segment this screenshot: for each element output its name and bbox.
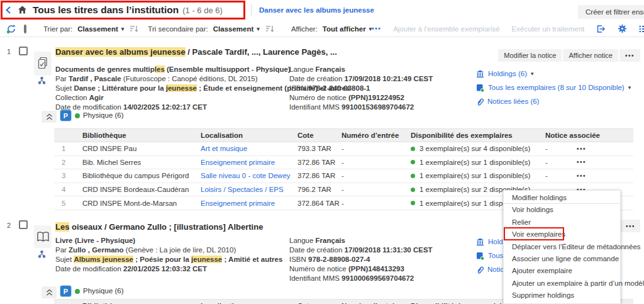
sort-direction-icon[interactable] xyxy=(265,25,274,33)
secondary-sort-dropdown[interactable]: Classement▾ xyxy=(213,25,260,33)
available-dot xyxy=(411,188,415,192)
location-link[interactable]: Loisirs / Spectacles / EPS xyxy=(201,186,297,193)
modification-date-line: Date de modification 22/01/2025 12:03:32… xyxy=(55,264,282,274)
holdings-link[interactable]: Holdings (6)▾ xyxy=(476,67,631,81)
menu-item-modify-holdings[interactable]: Modifier holdings xyxy=(504,192,620,204)
available-dot xyxy=(411,160,415,164)
hierarchy-icon[interactable] xyxy=(38,251,46,258)
menu-item-view-items[interactable]: Voir exemplaires xyxy=(504,228,620,240)
material-type-line: Livre (Livre - Physique) xyxy=(55,236,282,245)
gear-icon[interactable] xyxy=(618,24,627,33)
row-actions-button[interactable]: ••• xyxy=(577,159,633,166)
location-link[interactable]: Salle niveau 0 - cote Dewey xyxy=(201,172,297,179)
page-title-wrap: Tous les titres dans l’institution (1 - … xyxy=(33,4,223,16)
physical-group-label: Physique (6) xyxy=(83,111,124,119)
subject-line: Sujet Albums jeunesse ; Poésie pour la j… xyxy=(55,255,282,264)
menu-item-add-item[interactable]: Ajouter exemplaire xyxy=(504,265,620,277)
record-result-1: 1 Danser avec les albums jeunesse / Pasc… xyxy=(0,39,644,215)
mms-id-line: Identifiant MMS 991001536989704672 xyxy=(289,103,433,112)
record-index: 2 xyxy=(7,222,11,229)
record-more-button[interactable]: ••• xyxy=(619,49,640,62)
record-index: 1 xyxy=(7,48,11,55)
create-filter-set-button[interactable]: Créer et filtrer ensemble xyxy=(578,5,644,19)
refresh-icon[interactable] xyxy=(6,24,16,34)
mms-id-line: Identifiant MMS 991000699569704672 xyxy=(289,274,433,283)
physical-badge: P xyxy=(60,110,71,121)
items-icon xyxy=(476,84,484,92)
holdings-icon xyxy=(476,238,484,246)
menu-item-add-item-from-template[interactable]: Ajouter un exemplaire à partir d’un modè… xyxy=(504,278,620,290)
material-type-icon-box xyxy=(34,52,52,76)
divider xyxy=(251,4,252,16)
record-meta: Langue Français Date de création 17/09/2… xyxy=(289,236,433,283)
inventory-links: Holdings (6)▾ Tous les exemplaires (8 su… xyxy=(476,67,631,108)
available-dot xyxy=(411,201,415,205)
chevron-down-icon: ▾ xyxy=(628,84,631,91)
menu-item-associate-po-line[interactable]: Associer une ligne de commande xyxy=(504,253,620,265)
breadcrumb-query-link[interactable]: Danser avec les albums jeunesse xyxy=(259,6,374,14)
paperclip-icon xyxy=(476,266,484,274)
book-icon xyxy=(36,231,50,243)
record-meta: Langue Français Date de création 17/09/2… xyxy=(289,65,433,112)
record-title-link[interactable]: Les oiseaux / Germano Zullo ; [illustrat… xyxy=(55,222,263,232)
holdings-row: 2 Bib. Michel Serres Enseignement primai… xyxy=(54,156,633,170)
select-all-checkbox[interactable] xyxy=(24,25,26,33)
menu-item-open-metadata-editor[interactable]: Déplacer vers l’Éditeur de métadonnées xyxy=(504,241,620,253)
record-number-line: Numéro de notice (PPN)191224952 xyxy=(289,93,433,103)
sort-direction-icon[interactable] xyxy=(130,25,138,33)
row-actions-button[interactable]: ••• xyxy=(577,145,633,152)
view-record-button[interactable]: Afficher notice xyxy=(563,49,618,62)
author-line: Par Zullo , Germano (Genève : La joie de… xyxy=(55,245,282,255)
sort-by-dropdown[interactable]: Classement▾ xyxy=(77,25,124,33)
available-dot xyxy=(411,147,415,151)
run-job-button[interactable]: Exécuter un traitement xyxy=(512,25,585,33)
home-icon[interactable] xyxy=(18,5,27,14)
linked-records-link[interactable]: Notices liées (6) xyxy=(476,94,631,108)
holdings-row: 1 CRD INSPE Pau Art et musique 793.3 TAR… xyxy=(54,142,633,156)
physical-group-label: Physique (6) xyxy=(83,287,124,295)
record-checkbox[interactable] xyxy=(19,47,28,55)
holdings-icon xyxy=(476,70,484,78)
hierarchy-icon[interactable] xyxy=(38,77,46,84)
edit-record-button[interactable]: Modifier la notice xyxy=(498,49,562,62)
export-icon[interactable] xyxy=(596,25,606,33)
menu-item-delete-holdings[interactable]: Supprimer holdings xyxy=(504,290,620,301)
secondary-sort-label: Tri secondaire par: xyxy=(148,25,208,33)
paperclip-icon xyxy=(476,98,484,106)
customize-columns-icon[interactable] xyxy=(639,25,644,33)
location-link[interactable]: Enseignement primaire xyxy=(201,200,297,207)
record-number-line: Numéro de notice (PPN)148413293 xyxy=(289,264,433,274)
availability-dot xyxy=(75,289,80,294)
language-line: Langue Français xyxy=(289,65,433,74)
all-items-link[interactable]: Tous les exemplaires (8 sur 10 Disponibl… xyxy=(476,81,631,94)
menu-item-view-holdings[interactable]: Voir holdings xyxy=(504,204,620,216)
record-checkbox[interactable] xyxy=(19,220,28,229)
back-icon[interactable] xyxy=(4,6,13,14)
alma-repository-search-page: Tous les titres dans l’institution (1 - … xyxy=(0,0,644,304)
display-dropdown[interactable]: Tout afficher▾ xyxy=(323,25,372,33)
creation-date-line: Date de création 17/09/2018 11:31:30 CES… xyxy=(289,245,433,255)
availability-dot xyxy=(75,113,80,118)
toolbar-actions: ••• Ajouter à l’ensemble exemplarisé Exé… xyxy=(372,24,644,33)
items-icon xyxy=(476,252,484,260)
isbn-line: ISBN 978-2-88908-027-4 xyxy=(289,255,433,264)
collapse-section-button[interactable] xyxy=(42,286,57,298)
menu-item-relink[interactable]: Relier xyxy=(504,217,620,228)
document-stack-icon xyxy=(36,56,49,71)
display-label: Afficher: xyxy=(291,25,318,33)
chevron-down-icon: ▾ xyxy=(121,26,125,32)
collapse-section-button[interactable] xyxy=(42,111,57,123)
location-link[interactable]: Art et musique xyxy=(201,145,297,152)
location-link[interactable]: Enseignement primaire xyxy=(201,159,297,166)
creation-date-line: Date de création 17/09/2018 10:21:49 CES… xyxy=(289,74,433,84)
material-type-icon-box xyxy=(34,225,52,248)
row-actions-button[interactable]: ••• xyxy=(577,172,633,179)
language-line: Langue Français xyxy=(289,236,433,245)
record-more-button[interactable]: ••• xyxy=(620,220,640,232)
record-details: Livre (Livre - Physique) Par Zullo , Ger… xyxy=(55,236,282,274)
holdings-table-header: Bibliothèque Localisation Cote Numéro d’… xyxy=(54,128,633,142)
chevron-down-icon: ▾ xyxy=(531,70,534,77)
record-title-link[interactable]: Danser avec les albums jeunesse / Pascal… xyxy=(55,47,337,57)
toolbar-more-button[interactable]: ••• xyxy=(372,25,381,32)
add-to-set-button[interactable]: Ajouter à l’ensemble exemplarisé xyxy=(393,25,499,33)
